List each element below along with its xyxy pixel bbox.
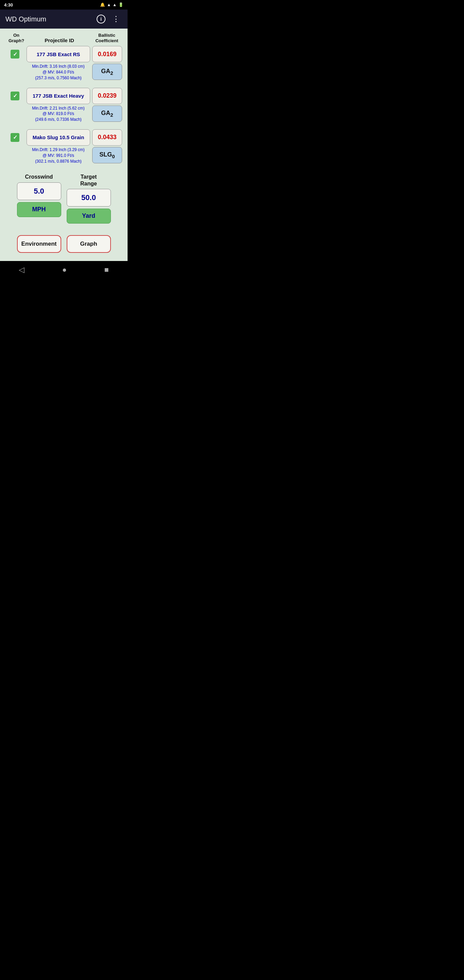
crosswind-unit-button[interactable]: MPH <box>17 202 61 217</box>
info-icon: i <box>97 14 105 24</box>
checkbox-area-1 <box>5 50 24 59</box>
projectile-row-1: 177 JSB Exact RS 0.0169 Min.Drift: 3.16 … <box>5 46 122 81</box>
target-range-value-button[interactable]: 50.0 <box>67 189 111 207</box>
checkbox-area-3 <box>5 133 24 142</box>
crosswind-label: Crosswind <box>25 173 53 180</box>
checkbox-area-2 <box>5 92 24 100</box>
graph-button[interactable]: Graph <box>67 235 111 253</box>
bc-button-3[interactable]: 0.0433 <box>92 129 122 146</box>
bc-button-2[interactable]: 0.0239 <box>92 88 122 104</box>
target-range-unit: Yard <box>82 212 95 220</box>
more-icon: ⋮ <box>112 14 120 24</box>
environment-button[interactable]: Environment <box>17 235 61 253</box>
status-bar: 4:30 🔔 ▲ ▲ 🔋 <box>0 0 127 10</box>
crosswind-value-button[interactable]: 5.0 <box>17 182 61 200</box>
home-nav-button[interactable]: ● <box>62 266 67 274</box>
drag-model-button-3[interactable]: SLG0 <box>92 147 122 163</box>
checkbox-3[interactable] <box>11 133 19 142</box>
bc-button-1[interactable]: 0.0169 <box>92 46 122 62</box>
drag-model-button-1[interactable]: GA2 <box>92 64 122 80</box>
drag-model-label-1: GA2 <box>101 68 113 76</box>
main-content: On Graph? Projectile ID Ballistic Coeffi… <box>0 29 127 261</box>
target-range-label: Target Range <box>80 173 97 186</box>
app-title: WD Optimum <box>5 15 46 23</box>
projectile-name-3: Mako Slug 10.5 Grain <box>33 134 84 140</box>
back-nav-icon: ◁ <box>19 266 24 274</box>
target-range-col: Target Range 50.0 Yard <box>67 173 111 223</box>
recent-nav-button[interactable]: ■ <box>104 266 108 274</box>
app-bar-actions: i ⋮ <box>95 13 122 25</box>
info-button[interactable]: i <box>95 13 107 25</box>
nav-bar: ◁ ● ■ <box>0 261 127 279</box>
projectile-row-3: Mako Slug 10.5 Grain 0.0433 Min.Drift: 1… <box>5 129 122 164</box>
projectile-name-2: 177 JSB Exact Heavy <box>33 93 84 99</box>
bc-value-3: 0.0433 <box>98 134 116 141</box>
bottom-buttons: Environment Graph <box>5 235 122 253</box>
drag-model-label-3: SLG0 <box>99 151 114 159</box>
header-on-graph: On Graph? <box>5 33 27 43</box>
home-nav-icon: ● <box>62 266 67 274</box>
crosswind-unit: MPH <box>32 206 46 213</box>
projectile-button-1[interactable]: 177 JSB Exact RS <box>27 46 90 62</box>
back-nav-button[interactable]: ◁ <box>19 266 24 274</box>
crosswind-value: 5.0 <box>34 187 44 196</box>
drag-model-button-2[interactable]: GA2 <box>92 105 122 122</box>
drift-text-1: Min.Drift: 3.16 Inch (8.03 cm) @ MV: 844… <box>27 64 90 81</box>
recent-nav-icon: ■ <box>104 266 108 274</box>
projectile-name-1: 177 JSB Exact RS <box>37 51 80 57</box>
checkbox-2[interactable] <box>11 92 19 100</box>
wind-range-section: Crosswind 5.0 MPH Target Range 50.0 Yard <box>5 173 122 225</box>
projectile-row-2: 177 JSB Exact Heavy 0.0239 Min.Drift: 2.… <box>5 88 122 123</box>
graph-button-label: Graph <box>80 240 97 247</box>
app-bar: WD Optimum i ⋮ <box>0 10 127 29</box>
column-headers: On Graph? Projectile ID Ballistic Coeffi… <box>5 33 122 43</box>
header-projectile-id: Projectile ID <box>27 37 92 43</box>
signal-icon: ▲ <box>113 2 117 7</box>
projectile-button-3[interactable]: Mako Slug 10.5 Grain <box>27 129 90 146</box>
header-ballistic-coefficient: Ballistic Coefficient <box>92 33 122 43</box>
projectile-button-2[interactable]: 177 JSB Exact Heavy <box>27 88 90 104</box>
checkbox-1[interactable] <box>11 50 19 59</box>
wifi-icon: ▲ <box>107 2 111 7</box>
bc-value-2: 0.0239 <box>98 92 116 99</box>
status-time: 4:30 <box>4 2 13 8</box>
more-options-button[interactable]: ⋮ <box>110 13 122 25</box>
crosswind-col: Crosswind 5.0 MPH <box>17 173 61 223</box>
environment-button-label: Environment <box>21 240 57 247</box>
target-range-unit-button[interactable]: Yard <box>67 208 111 224</box>
drift-text-2: Min.Drift: 2.21 Inch (5.62 cm) @ MV: 819… <box>27 105 90 123</box>
bc-value-1: 0.0169 <box>98 51 116 58</box>
target-range-value: 50.0 <box>81 193 96 202</box>
notification-icon: 🔔 <box>100 2 105 7</box>
wr-labels-row: Crosswind 5.0 MPH Target Range 50.0 Yard <box>5 173 122 223</box>
drag-model-label-2: GA2 <box>101 110 113 118</box>
drift-text-3: Min.Drift: 1.29 Inch (3.29 cm) @ MV: 991… <box>27 147 90 164</box>
battery-icon: 🔋 <box>118 2 124 7</box>
status-icons: 🔔 ▲ ▲ 🔋 <box>100 2 124 7</box>
